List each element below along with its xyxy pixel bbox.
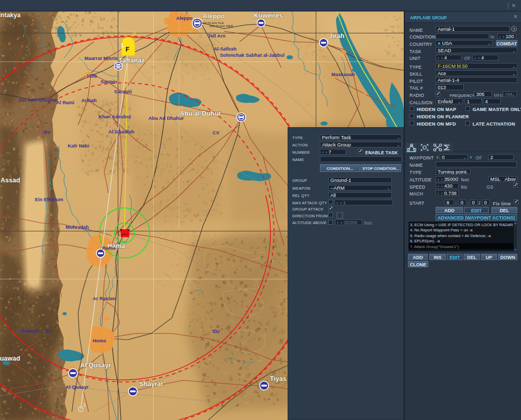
svg-text:Muhradah: Muhradah: [66, 225, 89, 230]
svg-text:Al-Safirah: Al-Safirah: [214, 46, 237, 52]
svg-text:Hama: Hama: [102, 245, 116, 251]
svg-text:Al Qusayr: Al Qusayr: [66, 385, 89, 390]
svg-text:-Intakya: -Intakya: [0, 11, 21, 19]
svg-text:Ein Elkorum: Ein Elkorum: [35, 197, 63, 202]
svg-text:Jirah: Jirah: [329, 32, 344, 40]
svg-text:1: 1: [121, 43, 124, 48]
svg-text:CV: CV: [213, 130, 220, 135]
svg-text:Shayrat: Shayrat: [139, 380, 164, 388]
svg-text:Saraqiti: Saraqiti: [114, 89, 132, 94]
svg-text:Taftanaz: Taftanaz: [119, 57, 145, 64]
svg-text:Maarrat Misrin: Maarrat Misrin: [84, 56, 118, 61]
svg-text:1: 1: [117, 231, 120, 237]
svg-text:Arihah: Arihah: [81, 98, 97, 103]
svg-text:Kafr Nabi: Kafr Nabi: [68, 143, 89, 149]
svg-text:365.00 kHz MER: 365.00 kHz MER: [209, 24, 233, 28]
svg-text:Hawash: Hawash: [20, 328, 39, 333]
svg-text:Al Qusayr: Al Qusayr: [80, 362, 111, 369]
svg-text:ouawad: ouawad: [0, 355, 20, 362]
svg-text:F: F: [126, 46, 129, 53]
svg-text:Jisr Ash-Shughur: Jisr Ash-Shughur: [18, 97, 58, 103]
svg-text:Kuweires: Kuweires: [254, 12, 283, 19]
svg-text:Maskanah: Maskanah: [331, 72, 355, 77]
svg-text:Khan Assubul: Khan Assubul: [98, 114, 131, 119]
svg-text:Solonchak Sabhat al-Jabbul: Solonchak Sabhat al-Jabbul: [220, 53, 284, 58]
svg-text:Abu Ad Dhahur: Abu Ad Dhahur: [148, 116, 184, 121]
svg-text:Aleppo: Aleppo: [203, 13, 225, 20]
svg-text:CU: CU: [213, 329, 220, 334]
svg-text:1: 1: [83, 402, 86, 407]
svg-text:Homs: Homs: [93, 338, 106, 343]
svg-text:Al Ghadfah: Al Ghadfah: [108, 129, 134, 134]
svg-text:Abu al-Duhur: Abu al-Duhur: [180, 110, 221, 117]
svg-text:BU: BU: [45, 328, 52, 333]
svg-text:Assad: Assad: [1, 177, 20, 184]
svg-text:Ar Rastan: Ar Rastan: [93, 296, 116, 301]
svg-text:Tiyas: Tiyas: [270, 375, 287, 382]
svg-text:BV: BV: [44, 130, 51, 135]
svg-text:Tell Arn: Tell Arn: [208, 33, 226, 39]
svg-text:Sarmin: Sarmin: [101, 79, 117, 84]
svg-text:Idlib: Idlib: [87, 73, 97, 79]
svg-text:Al Rami: Al Rami: [56, 100, 75, 105]
svg-text:0: 0: [133, 31, 136, 36]
svg-text:Aleppo: Aleppo: [176, 16, 193, 21]
